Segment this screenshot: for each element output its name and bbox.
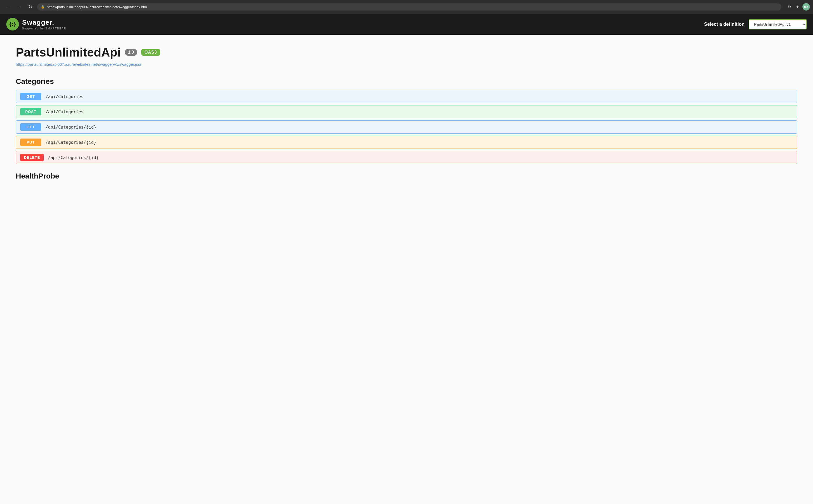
address-bar[interactable]: 🔒 https://partsunlimitedapi007.azurewebs… (37, 3, 781, 11)
swagger-logo-sub: Supported by SMARTBEAR (22, 27, 66, 30)
endpoint-path: /api/Categories (45, 109, 84, 114)
endpoint-row[interactable]: GET /api/Categories (16, 90, 797, 103)
swagger-logo-text: Swagger. (22, 18, 54, 26)
lock-icon: 🔒 (41, 5, 45, 9)
categories-section: Categories GET /api/Categories POST /api… (16, 77, 797, 164)
endpoint-row[interactable]: DELETE /api/Categories/{id} (16, 151, 797, 164)
oas-badge: OAS3 (141, 49, 160, 56)
healthprobe-section-title: HealthProbe (16, 172, 797, 180)
version-badge: 1.0 (125, 49, 137, 56)
refresh-button[interactable]: ↻ (26, 3, 34, 10)
swagger-logo-text-container: Swagger. Supported by SMARTBEAR (22, 18, 66, 30)
endpoint-path: /api/Categories/{id} (48, 155, 99, 160)
swagger-json-link[interactable]: https://partsunlimitedapi007.azurewebsit… (16, 62, 142, 67)
main-content: PartsUnlimitedApi 1.0 OAS3 https://parts… (0, 35, 813, 504)
endpoint-path: /api/Categories/{id} (45, 140, 96, 145)
endpoint-path: /api/Categories (45, 94, 84, 99)
api-title: PartsUnlimitedApi (16, 45, 121, 59)
endpoint-row[interactable]: PUT /api/Categories/{id} (16, 136, 797, 149)
definition-area: Select a definition PartsUnlimitedApi v1 (704, 19, 807, 29)
endpoint-row[interactable]: GET /api/Categories/{id} (16, 120, 797, 134)
swagger-logo: {:} Swagger. Supported by SMARTBEAR (6, 18, 66, 30)
read-aloud-button[interactable]: 🕪 (786, 3, 792, 10)
browser-chrome: ← → ↻ 🔒 https://partsunlimitedapi007.azu… (0, 0, 813, 14)
endpoint-row[interactable]: POST /api/Categories (16, 105, 797, 118)
back-button[interactable]: ← (3, 3, 12, 10)
url-text: https://partsunlimitedapi007.azurewebsit… (47, 5, 147, 9)
endpoint-path: /api/Categories/{id} (45, 125, 96, 130)
method-badge-get: GET (20, 123, 41, 131)
swagger-logo-icon: {:} (6, 18, 19, 30)
method-badge-delete: DELETE (20, 154, 44, 161)
favorites-button[interactable]: ★ (795, 3, 800, 11)
definition-label: Select a definition (704, 22, 745, 27)
method-badge-get: GET (20, 93, 41, 100)
swagger-header: {:} Swagger. Supported by SMARTBEAR Sele… (0, 14, 813, 35)
healthprobe-section: HealthProbe (16, 172, 797, 180)
browser-actions: 🕪 ★ me (786, 3, 810, 11)
categories-section-title: Categories (16, 77, 797, 86)
api-title-section: PartsUnlimitedApi 1.0 OAS3 https://parts… (16, 45, 797, 67)
definition-select[interactable]: PartsUnlimitedApi v1 (749, 19, 807, 29)
avatar[interactable]: me (802, 3, 810, 11)
method-badge-post: POST (20, 108, 41, 115)
method-badge-put: PUT (20, 139, 41, 146)
forward-button[interactable]: → (15, 3, 24, 10)
api-title-row: PartsUnlimitedApi 1.0 OAS3 (16, 45, 797, 59)
